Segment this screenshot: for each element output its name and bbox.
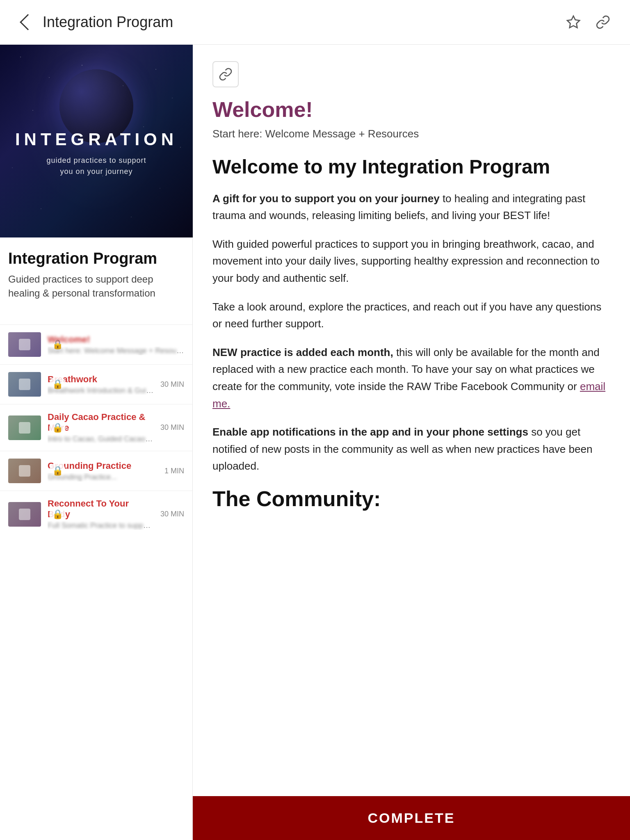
course-item-reconnect[interactable]: 🔒 Reconnect To Your Body Full Somatic Pr… [0,491,192,537]
course-thumbnail-grounding [8,459,41,483]
course-thumbnail-cacao [8,415,41,440]
course-sub-reconnect: Full Somatic Practice to support creatin… [48,521,154,530]
course-sub-breathwork: Breathwork Introduction & Guided Daily B… [48,386,154,395]
body-paragraph-3: Take a look around, explore the practice… [212,299,610,333]
header-left: Integration Program [16,12,173,32]
bookmark-button[interactable] [563,11,584,33]
hero-text: INTEGRATION guided practices to support … [15,130,178,177]
right-panel: Welcome! Start here: Welcome Message + R… [193,45,630,840]
complete-button[interactable]: COMPLETE [193,796,630,840]
body-paragraph-2: With guided powerful practices to suppor… [212,236,610,287]
course-item-welcome[interactable]: 🔒 Welcome! Start here: Welcome Message +… [0,324,192,364]
left-panel: INTEGRATION guided practices to support … [0,45,193,840]
program-info: Integration Program Guided practices to … [0,237,192,324]
body-paragraph-4: NEW practice is added each month, this w… [212,344,610,412]
course-thumbnail-breathwork [8,372,41,397]
main-content: INTEGRATION guided practices to support … [0,45,630,840]
lock-icon-cacao: 🔒 [49,420,66,436]
course-duration-grounding: 1 MIN [164,467,184,475]
hero-image: INTEGRATION guided practices to support … [0,45,193,237]
course-duration-cacao: 30 MIN [160,423,184,432]
course-thumbnail-welcome [8,332,41,357]
course-name-welcome: Welcome! [48,334,184,345]
header: Integration Program [0,0,630,45]
course-duration-breathwork: 30 MIN [160,380,184,389]
back-icon [20,14,36,30]
course-item-cacao[interactable]: 🔒 Daily Cacao Practice & More Intro to C… [0,404,192,451]
community-heading: The Community: [212,486,610,511]
body-paragraph-1: A gift for you to support you on your jo… [212,190,610,224]
hero-subtitle: guided practices to support you on your … [15,155,178,177]
back-button[interactable] [16,12,36,32]
course-duration-reconnect: 30 MIN [160,510,184,518]
share-icon [596,15,610,30]
program-title: Integration Program [8,250,184,267]
header-right [563,11,614,33]
welcome-heading: Welcome! [212,97,610,122]
lock-icon-reconnect: 🔒 [49,506,66,523]
course-info-welcome: Welcome! Start here: Welcome Message + R… [48,334,184,355]
course-item-grounding[interactable]: 🔒 Grounding Practice Grounding Practice.… [0,451,192,491]
star-icon [566,15,581,30]
svg-marker-0 [567,16,580,28]
share-button[interactable] [592,11,614,33]
program-description: Guided practices to support deep healing… [8,272,184,300]
body-paragraph-5: Enable app notifications in the app and … [212,424,610,475]
hero-title: INTEGRATION [15,130,178,149]
welcome-sub: Start here: Welcome Message + Resources [212,128,610,140]
course-item-breathwork[interactable]: 🔒 Breathwork Breathwork Introduction & G… [0,364,192,404]
link-copy-button[interactable] [212,61,239,87]
course-thumbnail-reconnect [8,502,41,527]
header-title: Integration Program [43,14,173,31]
link-icon [219,67,233,81]
course-sub-grounding: Grounding Practice... [48,473,158,482]
course-list: 🔒 Welcome! Start here: Welcome Message +… [0,324,192,537]
course-sub-cacao: Intro to Cacao, Guided Cacao Practice & … [48,435,154,443]
course-sub-welcome: Start here: Welcome Message + Resources [48,347,184,355]
section-title: Welcome to my Integration Program [212,155,610,179]
